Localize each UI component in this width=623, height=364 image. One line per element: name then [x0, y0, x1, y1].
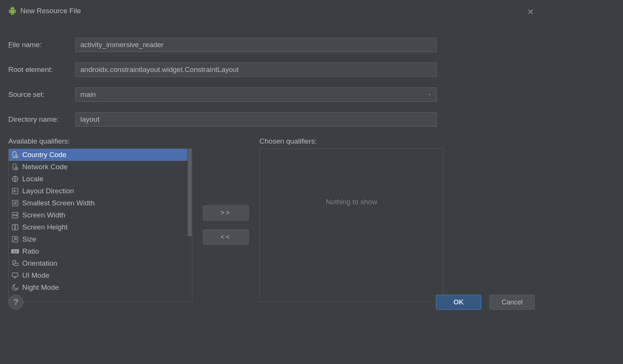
remove-qualifier-button[interactable]: << — [203, 229, 249, 245]
root-element-label: Root element: — [8, 66, 72, 74]
list-item-label: Ratio — [22, 247, 39, 255]
form-area: File name: Root element: Source set: mai… — [0, 38, 543, 127]
arrows-v-box-icon — [11, 223, 19, 231]
source-set-select[interactable]: main — [75, 87, 437, 102]
scrollbar-vertical[interactable] — [187, 149, 192, 302]
available-qualifiers-list[interactable]: Country CodeNetwork CodeLocaleLayout Dir… — [8, 148, 192, 302]
orientation-icon — [11, 259, 19, 268]
dialog-title: New Resource File — [20, 7, 81, 15]
dialog-footer: ? OK Cancel — [0, 295, 543, 310]
list-item[interactable]: Country Code — [9, 149, 187, 161]
list-item[interactable]: 4:3Ratio — [9, 245, 187, 257]
desktop-icon — [11, 271, 19, 280]
chosen-empty-text: Nothing to show — [260, 149, 443, 302]
list-item-label: Size — [22, 235, 36, 243]
list-item[interactable]: Screen Width — [9, 209, 187, 221]
source-set-label: Source set: — [8, 90, 72, 99]
title-bar: New Resource File — [0, 0, 543, 22]
android-icon — [8, 7, 17, 15]
diagonal-arrow-box-icon — [11, 235, 19, 243]
new-resource-file-dialog: New Resource File File name: Root elemen… — [0, 0, 543, 317]
list-item-label: Smallest Screen Width — [22, 199, 95, 207]
qualifiers-section: Available qualifiers: Country CodeNetwor… — [0, 137, 543, 302]
list-item-label: Network Code — [22, 163, 68, 171]
device-globe-icon — [11, 151, 19, 159]
help-button[interactable]: ? — [8, 295, 23, 310]
svg-rect-14 — [12, 273, 18, 277]
chosen-qualifiers-label: Chosen qualifiers: — [259, 137, 443, 145]
list-item[interactable]: Night Mode — [9, 281, 187, 294]
list-item-label: Screen Width — [22, 211, 65, 219]
add-qualifier-button[interactable]: >> — [203, 205, 249, 220]
device-globe-icon — [11, 163, 19, 171]
source-set-value: main — [80, 90, 96, 99]
list-item-label: Night Mode — [22, 283, 59, 292]
file-name-field[interactable] — [75, 38, 437, 52]
list-item-label: Orientation — [22, 259, 57, 268]
list-item[interactable]: Layout Direction — [9, 185, 187, 197]
list-item-label: Screen Height — [22, 223, 68, 231]
ok-button[interactable]: OK — [436, 295, 481, 310]
list-item[interactable]: UI Mode — [9, 269, 187, 281]
list-item[interactable]: Size — [9, 233, 187, 245]
list-item[interactable]: Locale — [9, 173, 187, 185]
file-name-label: File name: — [8, 41, 72, 49]
svg-text:4:3: 4:3 — [13, 250, 17, 253]
list-item[interactable]: Network Code — [9, 161, 187, 173]
list-item-label: Country Code — [22, 151, 66, 159]
arrows-h-box-icon — [11, 211, 19, 219]
svg-rect-13 — [14, 263, 18, 266]
cancel-button[interactable]: Cancel — [490, 295, 535, 310]
root-element-field[interactable] — [75, 63, 437, 77]
close-icon[interactable] — [526, 8, 535, 16]
globe-icon — [11, 175, 19, 183]
list-item[interactable]: Orientation — [9, 257, 187, 269]
list-item-label: UI Mode — [22, 271, 49, 280]
list-item[interactable]: Smallest Screen Width — [9, 197, 187, 209]
available-qualifiers-label: Available qualifiers: — [8, 137, 192, 145]
arrow-left-box-icon — [11, 187, 19, 195]
directory-name-field[interactable] — [75, 112, 437, 127]
directory-name-label: Directory name: — [8, 115, 72, 124]
moon-icon — [11, 283, 19, 292]
ratio-43-icon: 4:3 — [11, 247, 19, 255]
list-item[interactable]: Screen Height — [9, 221, 187, 233]
scrollbar-thumb[interactable] — [188, 149, 192, 236]
expand-icon — [11, 199, 19, 207]
list-item-label: Layout Direction — [22, 187, 74, 195]
chevron-down-icon — [427, 90, 432, 99]
list-item-label: Locale — [22, 175, 43, 183]
chosen-qualifiers-list[interactable]: Nothing to show — [259, 148, 443, 302]
